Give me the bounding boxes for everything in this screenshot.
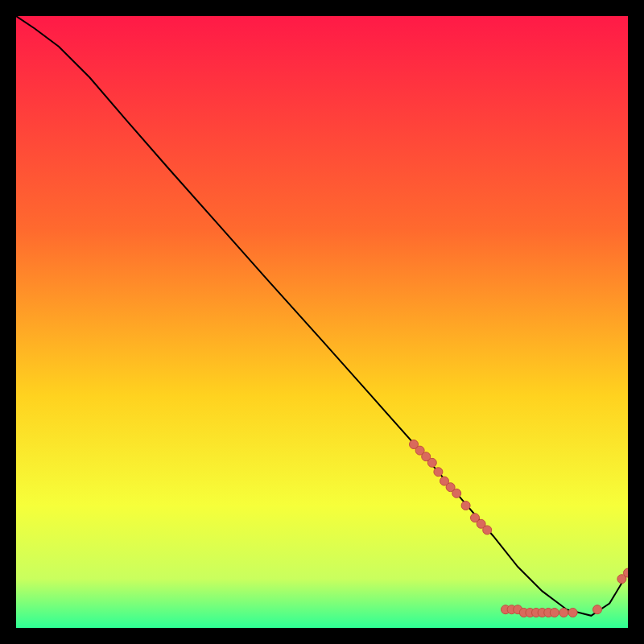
data-marker bbox=[434, 468, 443, 477]
data-marker bbox=[452, 489, 461, 497]
data-marker bbox=[593, 605, 602, 614]
gradient-background bbox=[16, 16, 628, 628]
data-marker bbox=[427, 458, 436, 467]
data-marker bbox=[559, 609, 568, 617]
data-marker bbox=[550, 609, 559, 617]
bottleneck-chart bbox=[16, 16, 628, 628]
chart-frame: TheBottleneck.com bbox=[16, 16, 628, 628]
data-marker bbox=[568, 609, 577, 617]
data-marker bbox=[461, 502, 470, 510]
data-marker bbox=[483, 526, 492, 535]
